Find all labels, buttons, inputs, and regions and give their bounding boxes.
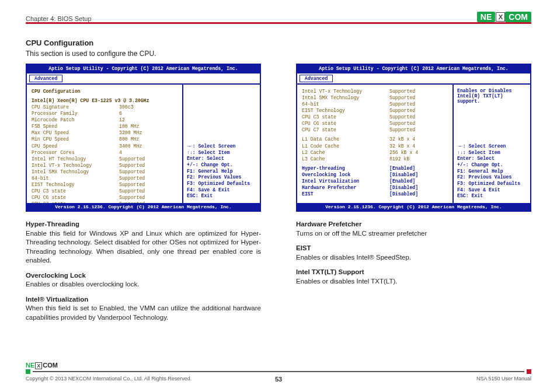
brand-logo: NEXCOM	[478, 12, 531, 22]
left-column: Aptio Setup Utility - Copyright (C) 2012…	[26, 64, 261, 322]
bios-right-pane: Enables or Disables Intel(R) TXT(LT) sup…	[454, 85, 530, 203]
bios-tab-advanced[interactable]: Advanced	[300, 75, 333, 82]
option-intel-virtualization[interactable]: Intel Virtualization[Enabled]	[302, 178, 448, 184]
bios-footer: Version 2.15.1236. Copyright (C) 2012 Am…	[27, 203, 260, 211]
bios-help-text: Enables or Disables Intel(R) TXT(LT) sup…	[457, 88, 527, 144]
chapter-label: Chapter 4: BIOS Setup	[26, 15, 92, 22]
main-content: CPU Configuration This section is used t…	[26, 38, 531, 363]
option-hyper-threading[interactable]: Hyper-threading[Enabled]	[302, 165, 448, 172]
right-column: Aptio Setup Utility - Copyright (C) 2012…	[296, 64, 531, 322]
logo-x-icon: X	[496, 12, 505, 22]
header-rule	[26, 22, 531, 24]
footer-logo: NEXCOM	[26, 362, 531, 369]
logo-x-icon: X	[35, 362, 42, 369]
footer-line	[33, 371, 524, 372]
option-intel-txt-selected[interactable]: Intel TXT(LT) Support[Disabled]	[302, 197, 448, 203]
descriptions-right: Hardware Prefetcher Turns on or off the …	[296, 220, 531, 286]
section-title: CPU Configuration	[26, 38, 531, 47]
bios-left-pane: CPU Configuration Intel(R) Xeon(R) CPU E…	[27, 85, 183, 203]
bios-tab-advanced[interactable]: Advanced	[29, 75, 62, 82]
bios-screen-left: Aptio Setup Utility - Copyright (C) 2012…	[26, 64, 261, 212]
option-hardware-prefetcher[interactable]: Hardware Prefetcher[Disabled]	[302, 184, 448, 191]
bios-tabbar: Advanced	[27, 72, 260, 83]
square-green-icon	[26, 369, 30, 374]
bios-screen-right: Aptio Setup Utility - Copyright (C) 2012…	[296, 64, 531, 212]
bios-key-hints: →←: Select Screen ↑↓: Select Item Enter:…	[457, 144, 527, 200]
bios-left-pane: Intel VT-x TechnologySupported Intel SMX…	[297, 85, 454, 203]
bios-right-pane: →←: Select Screen ↑↓: Select Item Enter:…	[183, 85, 260, 203]
page-header: Chapter 4: BIOS Setup NEXCOM	[26, 12, 531, 22]
descriptions-left: Hyper-Threading Enable this field for Wi…	[26, 220, 261, 322]
bios-title: Aptio Setup Utility - Copyright (C) 2012…	[27, 65, 260, 72]
bios-key-hints: →←: Select Screen ↑↓: Select Item Enter:…	[187, 144, 256, 200]
option-overclocking-lock[interactable]: Overclocking lock[Disabled]	[302, 172, 448, 178]
option-eist[interactable]: EIST[Disabled]	[302, 191, 448, 197]
section-subtitle: This section is used to configure the CP…	[26, 50, 531, 58]
page-number: 53	[26, 376, 531, 383]
page-footer: NEXCOM Copyright © 2013 NEXCOM Internati…	[26, 362, 531, 382]
square-red-icon	[527, 369, 531, 374]
